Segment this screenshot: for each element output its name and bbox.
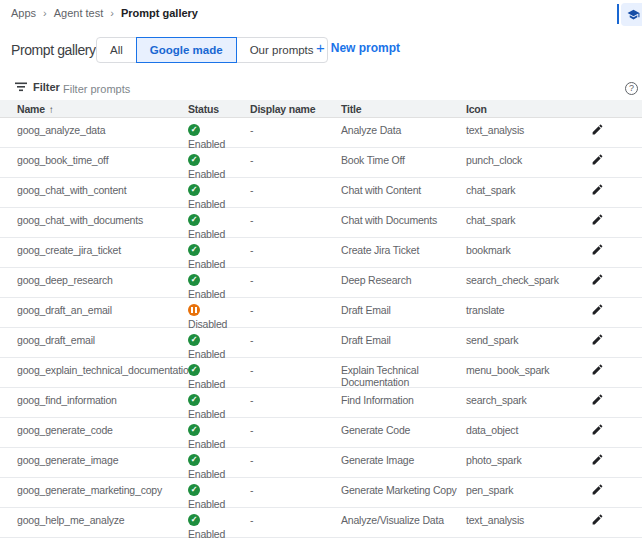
display-name-cell: - (250, 388, 341, 417)
pencil-icon (591, 423, 604, 436)
edit-button[interactable] (591, 452, 604, 466)
pencil-icon (591, 333, 604, 346)
icon-name: chat_spark (466, 178, 565, 207)
column-header-status[interactable]: Status (188, 103, 250, 115)
prompt-title: Draft Email (341, 328, 466, 357)
status-enabled-icon (188, 184, 200, 196)
status-cell: Enabled (188, 178, 250, 207)
edit-button[interactable] (591, 302, 604, 316)
prompt-name: goog_create_jira_ticket (0, 238, 188, 267)
edit-button[interactable] (591, 362, 604, 376)
table-row[interactable]: goog_chat_with_documents Enabled - Chat … (0, 208, 642, 238)
status-cell: Enabled (188, 268, 250, 297)
table-row[interactable]: goog_generate_marketing_copy Enabled - G… (0, 478, 642, 508)
prompt-gallery-screen: Apps › Agent test › Prompt gallery L Pro… (0, 0, 642, 539)
status-cell: Enabled (188, 328, 250, 357)
table-body: goog_analyze_data Enabled - Analyze Data… (0, 118, 642, 538)
chevron-right-icon: › (43, 7, 47, 19)
edit-button[interactable] (591, 392, 604, 406)
breadcrumb: Apps › Agent test › Prompt gallery (11, 7, 198, 19)
prompt-title: Generate Marketing Copy (341, 478, 466, 507)
column-header-icon[interactable]: Icon (466, 103, 565, 115)
icon-name: menu_book_spark (466, 358, 565, 387)
prompts-table: Name↑ Status Display name Title Icon goo… (0, 100, 642, 538)
prompt-title: Analyze Data (341, 118, 466, 147)
edit-button[interactable] (591, 422, 604, 436)
filter-button-label: Filter (33, 81, 60, 93)
icon-name: translate (466, 298, 565, 327)
sort-ascending-icon: ↑ (49, 104, 54, 115)
table-row[interactable]: goog_chat_with_content Enabled - Chat wi… (0, 178, 642, 208)
column-header-title[interactable]: Title (341, 103, 466, 115)
breadcrumb-item-apps[interactable]: Apps (11, 7, 36, 19)
status-enabled-icon (188, 484, 200, 496)
prompt-title: Draft Email (341, 298, 466, 327)
prompt-name: goog_generate_image (0, 448, 188, 477)
tab-our-prompts[interactable]: Our prompts (236, 37, 328, 63)
table-row[interactable]: goog_create_jira_ticket Enabled - Create… (0, 238, 642, 268)
new-prompt-button[interactable]: + New prompt (316, 41, 400, 55)
help-icon[interactable]: ? (625, 82, 638, 95)
edit-button[interactable] (591, 482, 604, 496)
pencil-icon (591, 153, 604, 166)
icon-name: photo_spark (466, 448, 565, 477)
prompt-name: goog_draft_an_email (0, 298, 188, 327)
edit-button[interactable] (591, 212, 604, 226)
edit-button[interactable] (591, 242, 604, 256)
prompt-title: Chat with Documents (341, 208, 466, 237)
table-row[interactable]: goog_analyze_data Enabled - Analyze Data… (0, 118, 642, 148)
pencil-icon (591, 393, 604, 406)
status-cell: Enabled (188, 118, 250, 147)
prompt-name: goog_chat_with_documents (0, 208, 188, 237)
chevron-right-icon: › (110, 7, 114, 19)
tab-google-made[interactable]: Google made (136, 37, 237, 63)
status-enabled-icon (188, 394, 200, 406)
icon-name: text_analysis (466, 508, 565, 537)
prompt-name: goog_generate_marketing_copy (0, 478, 188, 507)
edit-button[interactable] (591, 152, 604, 166)
display-name-cell: - (250, 178, 341, 207)
edit-button[interactable] (591, 332, 604, 346)
table-row[interactable]: goog_generate_image Enabled - Generate I… (0, 448, 642, 478)
edit-button[interactable] (591, 272, 604, 286)
prompt-title: Generate Image (341, 448, 466, 477)
table-row[interactable]: goog_draft_email Enabled - Draft Email s… (0, 328, 642, 358)
edit-button[interactable] (591, 512, 604, 526)
status-enabled-icon (188, 154, 200, 166)
prompt-name: goog_generate_code (0, 418, 188, 447)
table-row[interactable]: goog_find_information Enabled - Find Inf… (0, 388, 642, 418)
pencil-icon (591, 183, 604, 196)
icon-name: search_spark (466, 388, 565, 417)
edit-button[interactable] (591, 122, 604, 136)
status-disabled-icon (188, 304, 200, 316)
column-header-display-name[interactable]: Display name (250, 103, 341, 115)
table-row[interactable]: goog_generate_code Enabled - Generate Co… (0, 418, 642, 448)
column-header-name[interactable]: Name↑ (0, 103, 188, 115)
status-enabled-icon (188, 334, 200, 346)
table-row[interactable]: goog_draft_an_email Disabled - Draft Ema… (0, 298, 642, 328)
status-cell: Enabled (188, 418, 250, 447)
display-name-cell: - (250, 238, 341, 267)
prompt-title: Analyze/Visualize Data (341, 508, 466, 537)
filter-button[interactable]: Filter (15, 81, 60, 93)
table-row[interactable]: goog_explain_technical_documentation Ena… (0, 358, 642, 388)
status-cell: Enabled (188, 508, 250, 537)
table-row[interactable]: goog_book_time_off Enabled - Book Time O… (0, 148, 642, 178)
page-title: Prompt gallery (11, 42, 96, 58)
breadcrumb-item-agent-test[interactable]: Agent test (54, 7, 104, 19)
edit-button[interactable] (591, 182, 604, 196)
prompt-name: goog_explain_technical_documentation (0, 358, 188, 387)
filter-list-icon (15, 82, 27, 92)
prompt-name: goog_deep_research (0, 268, 188, 297)
display-name-cell: - (250, 268, 341, 297)
display-name-cell: - (250, 328, 341, 357)
icon-name: search_check_spark (466, 268, 565, 297)
table-row[interactable]: goog_help_me_analyze Enabled - Analyze/V… (0, 508, 642, 538)
status-cell: Enabled (188, 448, 250, 477)
tab-all[interactable]: All (96, 37, 137, 63)
status-label: Enabled (188, 528, 225, 539)
table-row[interactable]: goog_deep_research Enabled - Deep Resear… (0, 268, 642, 298)
prompt-name: goog_book_time_off (0, 148, 188, 177)
learn-button[interactable]: L (621, 3, 642, 26)
filter-input[interactable]: Filter prompts (63, 83, 130, 95)
